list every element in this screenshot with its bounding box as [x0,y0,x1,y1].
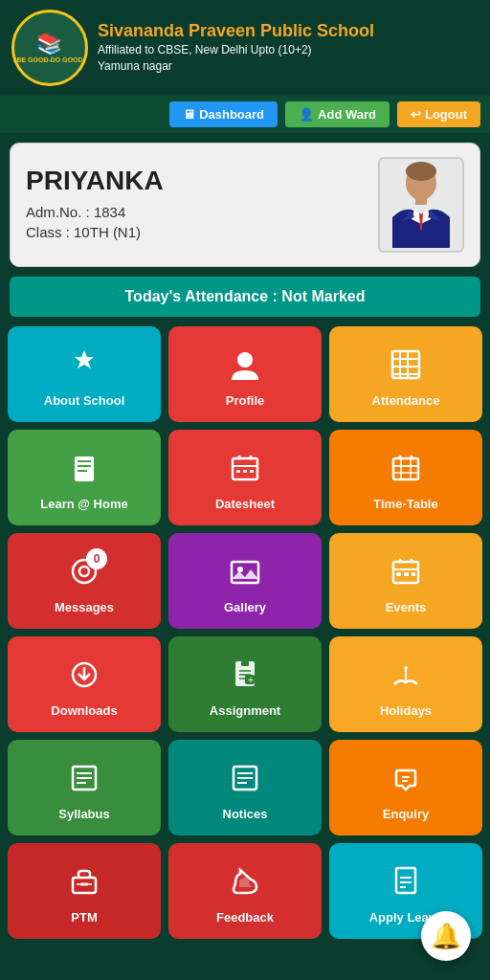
svg-rect-20 [250,470,254,473]
ptm-label: PTM [71,910,97,924]
header: 📚 BE GOOD-DO GOOD Sivananda Praveen Publ… [0,0,490,96]
attendance-icon [389,347,423,386]
messages-icon-wrap: 0 [67,554,101,592]
assignment-label: Assignment [210,703,280,718]
datesheet-label: Datesheet [215,497,275,511]
svg-rect-38 [412,572,415,576]
svg-rect-30 [232,562,258,583]
menu-item-assignment[interactable]: + Assignment [168,636,322,732]
feedback-icon [228,864,262,902]
apply-leave-icon [389,864,423,902]
svg-rect-14 [233,458,257,479]
syllabus-icon [67,761,101,799]
student-name: PRIYANKA [26,166,378,196]
holidays-label: Holidays [380,703,432,718]
student-class: Class : 10TH (N1) [26,224,378,240]
svg-rect-2 [415,197,427,205]
addward-icon: 👤 [299,107,314,122]
menu-item-notices[interactable]: Notices [168,740,322,835]
svg-rect-61 [80,882,88,886]
downloads-label: Downloads [51,703,117,718]
gallery-label: Gallery [224,600,266,614]
svg-rect-37 [404,572,409,576]
learn-home-icon [67,451,101,489]
svg-rect-62 [396,868,415,893]
svg-rect-36 [396,572,401,576]
svg-point-31 [237,567,243,572]
timetable-icon [389,451,423,489]
menu-item-ptm[interactable]: PTM [8,843,161,939]
menu-item-syllabus[interactable]: Syllabus [8,740,161,835]
attendance-label: Attendance [372,393,440,408]
svg-rect-21 [393,458,418,479]
assignment-icon: + [228,657,262,696]
menu-item-messages[interactable]: 0 Messages [8,533,161,629]
attendance-text: Today's Attendance : Not Marked [125,288,366,304]
svg-rect-13 [78,470,87,472]
datesheet-icon [228,451,262,489]
svg-point-3 [237,352,253,368]
enquiry-icon [389,761,423,799]
logout-button[interactable]: ↩ Logout [397,101,480,127]
svg-point-1 [406,162,436,181]
top-navbar: 🖥 Dashboard 👤 Add Ward ↩ Logout [0,96,490,133]
menu-item-learn-home[interactable]: Learn @ Home [8,430,161,525]
student-card: PRIYANKA Adm.No. : 1834 Class : 10TH (N1… [10,143,480,267]
svg-text:+: + [248,675,254,685]
school-logo: 📚 BE GOOD-DO GOOD [11,10,88,86]
messages-label: Messages [55,600,114,614]
ptm-icon [67,864,101,902]
gallery-icon [228,554,262,592]
menu-item-timetable[interactable]: Time-Table [329,430,482,525]
student-adm: Adm.No. : 1834 [26,204,378,220]
svg-rect-11 [78,460,91,462]
svg-rect-42 [241,661,249,666]
menu-item-attendance[interactable]: Attendance [329,326,482,422]
menu-item-about-school[interactable]: About School [8,326,161,422]
downloads-icon [67,657,101,696]
student-avatar [378,157,464,253]
svg-rect-12 [78,465,91,467]
school-name: Sivananda Praveen Public School [98,21,479,42]
attendance-banner: Today's Attendance : Not Marked [10,277,480,317]
svg-rect-19 [243,470,247,473]
events-icon [389,554,423,592]
profile-label: Profile [226,393,264,408]
menu-item-feedback[interactable]: Feedback [168,843,322,939]
bell-icon: 🔔 [431,922,461,951]
profile-icon [228,347,262,386]
menu-item-datesheet[interactable]: Datesheet [168,430,322,525]
timetable-label: Time-Table [373,497,437,511]
avatar-svg [383,162,459,248]
school-affiliation: Affiliated to CBSE, New Delhi Upto (10+2… [98,42,479,58]
notification-bell[interactable]: 🔔 [421,911,471,961]
notices-label: Notices [223,807,268,821]
add-ward-button[interactable]: 👤 Add Ward [285,101,390,127]
notices-icon [228,761,262,799]
holidays-icon [389,657,423,696]
menu-item-events[interactable]: Events [329,533,482,629]
enquiry-label: Enquiry [383,807,429,821]
school-info: Sivananda Praveen Public School Affiliat… [98,21,479,74]
menu-item-gallery[interactable]: Gallery [168,533,322,629]
dashboard-button[interactable]: 🖥 Dashboard [169,101,278,127]
about-school-label: About School [44,393,125,408]
svg-rect-18 [236,470,240,473]
school-location: Yamuna nagar [98,58,479,75]
logout-icon: ↩ [411,107,421,122]
events-label: Events [386,600,427,614]
svg-point-29 [79,567,89,576]
svg-rect-10 [75,457,94,481]
messages-badge: 0 [86,548,107,569]
feedback-label: Feedback [216,910,274,924]
about-school-icon [67,347,101,386]
menu-item-holidays[interactable]: Holidays [329,636,482,732]
learn-home-label: Learn @ Home [40,497,127,511]
syllabus-label: Syllabus [58,807,109,821]
student-info: PRIYANKA Adm.No. : 1834 Class : 10TH (N1… [26,166,378,244]
svg-rect-48 [405,667,407,682]
menu-item-enquiry[interactable]: Enquiry [329,740,482,835]
menu-item-profile[interactable]: Profile [168,326,322,422]
menu-grid: About School Profile Attendance Learn @ … [0,326,490,948]
menu-item-downloads[interactable]: Downloads [8,636,161,732]
